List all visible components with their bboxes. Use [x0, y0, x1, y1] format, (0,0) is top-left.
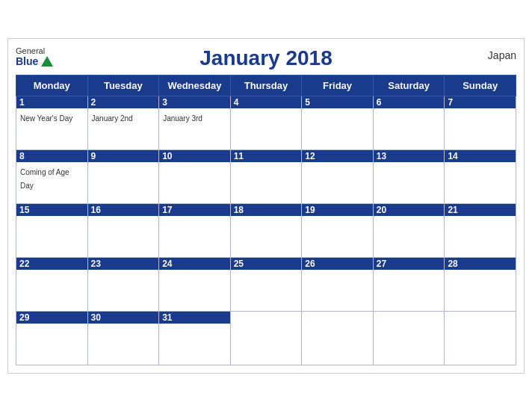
day-number: 10 — [159, 150, 230, 162]
calendar-cell: 16 — [87, 203, 159, 257]
country-label: Japan — [488, 49, 516, 61]
calendar-cell: 26 — [302, 257, 374, 311]
day-number: 4 — [231, 96, 302, 108]
calendar-cell: 4 — [230, 96, 302, 149]
event-text: Coming of Age Day — [20, 168, 69, 190]
day-number: 17 — [159, 204, 230, 216]
weekday-header-tuesday: Tuesday — [87, 75, 159, 96]
day-number: 18 — [231, 204, 302, 216]
weekday-header-row: MondayTuesdayWednesdayThursdayFridaySatu… — [16, 75, 516, 96]
calendar-cell: 22 — [16, 257, 88, 311]
day-number: 25 — [231, 258, 302, 270]
calendar-week-row: 1New Year's Day2January 2nd3January 3rd4… — [16, 96, 516, 149]
calendar-cell: 25 — [230, 257, 302, 311]
calendar-cell: 8Coming of Age Day — [16, 149, 88, 203]
calendar-week-row: 15161718192021 — [16, 203, 516, 257]
calendar-cell: 9 — [87, 149, 159, 203]
calendar-cell: 20 — [373, 203, 445, 257]
calendar-week-row: 293031 — [16, 311, 516, 365]
day-number: 26 — [302, 258, 373, 270]
weekday-header-friday: Friday — [302, 75, 374, 96]
day-number: 6 — [374, 96, 445, 108]
day-number: 19 — [302, 204, 373, 216]
day-number: 23 — [88, 258, 159, 270]
event-text: New Year's Day — [20, 114, 72, 123]
calendar-table: MondayTuesdayWednesdayThursdayFridaySatu… — [16, 75, 516, 365]
day-number: 28 — [445, 258, 516, 270]
day-number: 24 — [159, 258, 230, 270]
day-number: 3 — [159, 96, 230, 108]
calendar-cell: 3January 3rd — [159, 96, 231, 149]
day-number: 15 — [16, 204, 87, 216]
weekday-header-monday: Monday — [16, 75, 88, 96]
calendar-cell: 14 — [445, 149, 516, 203]
day-number: 11 — [231, 150, 302, 162]
calendar-cell: 21 — [445, 203, 516, 257]
day-number: 14 — [445, 150, 516, 162]
calendar-thead: MondayTuesdayWednesdayThursdayFridaySatu… — [16, 75, 516, 96]
calendar-cell — [230, 311, 302, 365]
logo-general-text: General — [16, 46, 45, 55]
calendar-tbody: 1New Year's Day2January 2nd3January 3rd4… — [16, 96, 516, 365]
weekday-header-saturday: Saturday — [373, 75, 445, 96]
calendar-cell: 27 — [373, 257, 445, 311]
calendar-cell: 12 — [302, 149, 374, 203]
calendar-cell: 30 — [87, 311, 159, 365]
calendar-cell: 23 — [87, 257, 159, 311]
day-number: 13 — [374, 150, 445, 162]
calendar-cell: 11 — [230, 149, 302, 203]
day-number: 27 — [374, 258, 445, 270]
logo-triangle-icon — [41, 56, 53, 67]
calendar-cell — [445, 311, 516, 365]
day-number: 2 — [88, 96, 159, 108]
day-number: 8 — [16, 150, 87, 162]
calendar-week-row: 8Coming of Age Day91011121314 — [16, 149, 516, 203]
day-number: 29 — [16, 312, 87, 324]
calendar-cell: 15 — [16, 203, 88, 257]
day-number: 12 — [302, 150, 373, 162]
event-text: January 3rd — [163, 114, 202, 123]
calendar-cell: 19 — [302, 203, 374, 257]
logo: General Blue — [16, 46, 53, 67]
day-number: 22 — [16, 258, 87, 270]
day-number: 20 — [374, 204, 445, 216]
event-text: January 2nd — [92, 114, 133, 123]
day-number: 30 — [88, 312, 159, 324]
day-number: 1 — [16, 96, 87, 108]
calendar-cell — [373, 311, 445, 365]
calendar-cell: 13 — [373, 149, 445, 203]
day-number: 7 — [445, 96, 516, 108]
calendar-cell: 1New Year's Day — [16, 96, 88, 149]
weekday-header-sunday: Sunday — [445, 75, 516, 96]
calendar-cell — [302, 311, 374, 365]
calendar-title: January 2018 — [200, 46, 332, 70]
day-number: 5 — [302, 96, 373, 108]
calendar: General Blue January 2018 Japan MondayTu… — [7, 38, 525, 374]
calendar-week-row: 22232425262728 — [16, 257, 516, 311]
calendar-cell: 31 — [159, 311, 231, 365]
day-number: 16 — [88, 204, 159, 216]
weekday-header-thursday: Thursday — [230, 75, 302, 96]
calendar-cell: 24 — [159, 257, 231, 311]
day-number: 9 — [88, 150, 159, 162]
calendar-cell: 5 — [302, 96, 374, 149]
calendar-cell: 2January 2nd — [87, 96, 159, 149]
calendar-cell: 10 — [159, 149, 231, 203]
logo-blue-text: Blue — [16, 55, 53, 67]
calendar-cell: 28 — [445, 257, 516, 311]
day-number: 31 — [159, 312, 230, 324]
calendar-cell: 7 — [445, 96, 516, 149]
calendar-cell: 17 — [159, 203, 231, 257]
day-number: 21 — [445, 204, 516, 216]
calendar-cell: 18 — [230, 203, 302, 257]
calendar-cell: 29 — [16, 311, 88, 365]
weekday-header-wednesday: Wednesday — [159, 75, 231, 96]
calendar-cell: 6 — [373, 96, 445, 149]
calendar-header: General Blue January 2018 Japan — [16, 46, 516, 70]
